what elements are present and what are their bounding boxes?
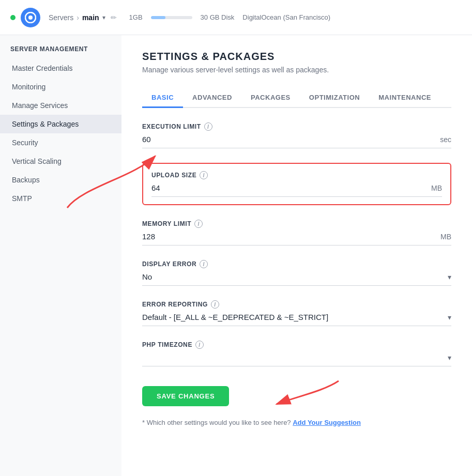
execution-limit-unit: sec xyxy=(440,135,451,144)
sidebar-item-smtp[interactable]: SMTP xyxy=(0,189,121,208)
error-reporting-info-icon[interactable]: i xyxy=(211,300,219,309)
memory-limit-label: MEMORY LIMIT i xyxy=(142,220,451,228)
save-section: SAVE CHANGES xyxy=(142,381,229,414)
execution-limit-input[interactable] xyxy=(142,135,436,144)
field-execution-limit: EXECUTION LIMIT i sec xyxy=(142,122,451,148)
tab-maintenance[interactable]: MAINTENANCE xyxy=(369,88,440,108)
sidebar-item-settings-packages[interactable]: Settings & Packages xyxy=(0,115,121,133)
error-reporting-row: Default - [E_ALL & ~E_DEPRECATED & ~E_ST… xyxy=(142,313,451,326)
execution-limit-info-icon[interactable]: i xyxy=(204,122,212,131)
memory-limit-input[interactable] xyxy=(142,232,436,241)
tab-optimization[interactable]: OPTIMIZATION xyxy=(300,88,369,108)
execution-limit-row: sec xyxy=(142,135,451,148)
field-error-reporting: ERROR REPORTING i Default - [E_ALL & ~E_… xyxy=(142,300,451,326)
sidebar-item-vertical-scaling[interactable]: Vertical Scaling xyxy=(0,152,121,171)
tab-packages[interactable]: PACKAGES xyxy=(241,88,300,108)
tab-advanced[interactable]: ADVANCED xyxy=(183,88,241,108)
upload-size-row: MB xyxy=(151,183,442,197)
page-subtitle: Manage various server-level settings as … xyxy=(142,66,451,74)
sidebar-item-backups[interactable]: Backups xyxy=(0,171,121,189)
display-error-chevron: ▾ xyxy=(448,273,451,281)
red-arrow-svg-2 xyxy=(246,376,349,417)
error-reporting-label: ERROR REPORTING i xyxy=(142,300,451,309)
breadcrumb-separator: › xyxy=(77,13,79,22)
tabs: BASIC ADVANCED PACKAGES OPTIMIZATION MAI… xyxy=(142,88,451,108)
upload-size-label: UPLOAD SIZE i xyxy=(151,171,442,179)
php-timezone-select[interactable]: UTC America/New_York America/Los_Angeles… xyxy=(142,353,448,362)
topbar: Servers › main ▾ ✏ 1GB 30 GB Disk Digita… xyxy=(0,0,472,35)
disk-progress-fill xyxy=(151,16,165,19)
sidebar-item-master-credentials[interactable]: Master Credentials xyxy=(0,59,121,78)
field-display-error: DISPLAY ERROR i No Yes ▾ xyxy=(142,260,451,286)
layout: Server Management Master Credentials Mon… xyxy=(0,35,472,476)
field-php-timezone: PHP TIMEZONE i UTC America/New_York Amer… xyxy=(142,341,451,366)
php-timezone-chevron: ▾ xyxy=(448,354,451,362)
tab-basic[interactable]: BASIC xyxy=(142,88,183,108)
disk-progress-bar xyxy=(151,16,192,19)
memory-limit-unit: MB xyxy=(440,233,451,241)
breadcrumb-servers[interactable]: Servers xyxy=(49,13,73,22)
main-content: Settings & Packages Manage various serve… xyxy=(121,35,472,476)
field-memory-limit: MEMORY LIMIT i MB xyxy=(142,220,451,245)
memory-limit-row: MB xyxy=(142,232,451,245)
page-title: Settings & Packages xyxy=(142,51,451,63)
footer-note: * Which other settings would you like to… xyxy=(142,419,451,426)
php-timezone-row: UTC America/New_York America/Los_Angeles… xyxy=(142,353,451,366)
memory-limit-info-icon[interactable]: i xyxy=(194,220,203,228)
display-error-info-icon[interactable]: i xyxy=(200,260,208,268)
display-error-row: No Yes ▾ xyxy=(142,272,451,286)
breadcrumb: Servers › main ▾ ✏ xyxy=(49,13,117,22)
php-timezone-label: PHP TIMEZONE i xyxy=(142,341,451,349)
execution-limit-label: EXECUTION LIMIT i xyxy=(142,122,451,131)
status-dot xyxy=(10,15,16,20)
display-error-label: DISPLAY ERROR i xyxy=(142,260,451,268)
server-disk: 30 GB Disk xyxy=(201,13,235,21)
server-provider: DigitalOcean (San Francisco) xyxy=(242,13,330,21)
upload-size-input[interactable] xyxy=(151,183,427,192)
error-reporting-chevron: ▾ xyxy=(448,313,451,321)
server-ram: 1GB xyxy=(129,13,143,21)
logo-icon xyxy=(21,8,40,27)
footer-suggestion-link[interactable]: Add Your Suggestion xyxy=(293,419,361,426)
sidebar-item-security[interactable]: Security xyxy=(0,133,121,152)
server-meta: 1GB 30 GB Disk DigitalOcean (San Francis… xyxy=(129,13,331,21)
error-reporting-select[interactable]: Default - [E_ALL & ~E_DEPRECATED & ~E_ST… xyxy=(142,313,448,321)
topbar-left: Servers › main ▾ ✏ 1GB 30 GB Disk Digita… xyxy=(10,8,330,27)
field-upload-size: UPLOAD SIZE i MB xyxy=(142,163,451,205)
logo-svg xyxy=(25,12,36,23)
php-timezone-info-icon[interactable]: i xyxy=(195,341,204,349)
upload-size-unit: MB xyxy=(431,184,442,192)
display-error-select[interactable]: No Yes xyxy=(142,272,448,281)
breadcrumb-main[interactable]: main xyxy=(82,13,99,22)
upload-size-info-icon[interactable]: i xyxy=(200,171,208,179)
sidebar-item-manage-services[interactable]: Manage Services xyxy=(0,96,121,115)
svg-point-1 xyxy=(28,16,33,20)
sidebar: Server Management Master Credentials Mon… xyxy=(0,35,121,476)
edit-icon[interactable]: ✏ xyxy=(111,13,117,22)
dropdown-icon[interactable]: ▾ xyxy=(102,14,105,21)
sidebar-item-monitoring[interactable]: Monitoring xyxy=(0,78,121,96)
save-changes-button[interactable]: SAVE CHANGES xyxy=(142,386,229,406)
sidebar-section-title: Server Management xyxy=(0,45,121,59)
